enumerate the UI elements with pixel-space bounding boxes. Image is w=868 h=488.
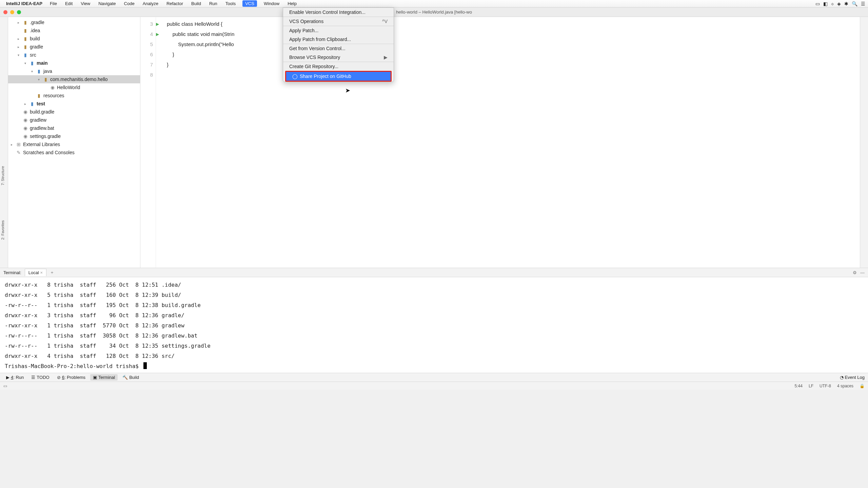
status-item[interactable]: 5:44 [795,384,803,388]
vcs-menu-item[interactable]: Enable Version Control Integration... [283,8,394,17]
terminal-hide-icon[interactable]: — [860,270,865,275]
close-window-button[interactable] [3,10,7,14]
folder-blue-icon: ▮ [29,60,35,66]
tree-item[interactable]: ◉build.gradle [8,108,140,116]
menu-vcs[interactable]: VCS [242,0,257,7]
tree-item[interactable]: ◉gradlew [8,116,140,124]
file-icon: ◉ [22,134,28,139]
editor-run-gutter[interactable]: ▶▶ [156,17,162,268]
menu-refactor[interactable]: Refactor [165,0,184,7]
menu-build[interactable]: Build [190,0,202,7]
tool-icon: 🔨 [122,375,128,380]
menu-file[interactable]: File [48,0,58,7]
toolwindow-terminal[interactable]: ▣Terminal [90,374,118,381]
tool-icon: ☰ [31,375,35,380]
vcs-menu-item[interactable]: Apply Patch from Clipboard... [283,35,394,44]
tree-item[interactable]: ▾▮com.mechanitis.demo.hello [8,75,140,83]
menu-view[interactable]: View [79,0,92,7]
terminal-output[interactable]: drwxr-xr-x 8 trisha staff 256 Oct 8 12:5… [0,277,868,373]
menu-navigate[interactable]: Navigate [97,0,117,7]
status-item[interactable]: UTF-8 [820,384,831,388]
control-center-icon[interactable]: ☰ [861,1,865,6]
macos-menubar: IntelliJ IDEA-EAP FileEditViewNavigateCo… [0,0,868,7]
toolwindow-build[interactable]: 🔨Build [120,374,142,381]
project-tree[interactable]: ▸▮.gradle▮.idea▸▮build▸▮gradle▾▮src▾▮mai… [8,17,140,268]
window-title: hello-world – HelloWorld.java [hello-wo [396,9,472,15]
file-icon: ◉ [22,117,28,123]
tree-item[interactable]: ▸▮.gradle [8,18,140,26]
folder-icon: ▮ [22,28,28,33]
status-item[interactable]: LF [809,384,813,388]
tree-item[interactable]: ▮resources [8,92,140,100]
right-tool-gutter [860,17,868,268]
vcs-menu-item[interactable]: Apply Patch... [283,26,394,35]
status-item[interactable]: 🔒 [860,384,865,388]
file-icon: ◉ [50,85,56,90]
menubar-status-icon[interactable]: ◈ [837,1,841,6]
tree-item[interactable]: ✎Scratches and Consoles [8,148,140,157]
tool-icon: ▶ [6,375,9,380]
code-editor[interactable]: 345678 ▶▶ public class HelloWorld { publ… [140,17,860,268]
toolwindow-todo[interactable]: ☰TODO [28,374,52,381]
editor-line-gutter: 345678 [140,17,156,268]
file-icon: ◉ [22,125,28,131]
tree-item[interactable]: ▸▮test [8,100,140,108]
terminal-title: Terminal: [3,270,21,275]
tree-item[interactable]: ▮.idea [8,26,140,35]
status-item[interactable]: 4 spaces [837,384,853,388]
lib-icon: ⊞ [16,142,22,147]
menu-edit[interactable]: Edit [64,0,74,7]
tree-item[interactable]: ◉HelloWorld [8,83,140,92]
terminal-new-tab-button[interactable]: ＋ [50,269,54,276]
menubar-status-icon[interactable]: ▭ [815,1,820,6]
spotlight-icon[interactable]: 🔍 [852,1,857,6]
menu-help[interactable]: Help [286,0,298,7]
tree-item[interactable]: ◉settings.gradle [8,132,140,140]
event-log-button[interactable]: ◔ Event Log [840,375,865,380]
editor-code-area[interactable]: public class HelloWorld { public static … [162,17,234,268]
sidebar-favorites-button[interactable]: 2: Favorites [1,220,5,240]
dropbox-icon[interactable]: ⟐ [831,1,834,6]
vcs-menu-item[interactable]: Browse VCS Repository▶ [283,53,394,62]
menubar-status-icon[interactable]: ✱ [844,1,848,6]
folder-icon: ▮ [36,93,42,98]
vcs-menu: Enable Version Control Integration...VCS… [283,7,394,82]
sidebar-structure-button[interactable]: 7: Structure [1,166,5,185]
vcs-menu-item[interactable]: VCS Operations^V [283,17,394,26]
menu-analyze[interactable]: Analyze [141,0,160,7]
folder-blue-icon: ▮ [29,101,35,106]
tree-item[interactable]: ▸▮gradle [8,43,140,51]
menu-run[interactable]: Run [208,0,219,7]
terminal-cursor [143,362,147,369]
menu-window[interactable]: Window [262,0,281,7]
tree-item[interactable]: ▾▮src [8,51,140,59]
left-tool-gutter: 7: Structure 2: Favorites [0,17,8,268]
status-icon: ▭ [3,384,7,388]
vcs-menu-item[interactable]: Get from Version Control... [283,44,394,53]
scratch-icon: ✎ [16,150,22,155]
github-icon: ◯ [292,74,298,79]
zoom-window-button[interactable] [17,10,21,14]
terminal-tab-local[interactable]: Local × [25,269,46,276]
vcs-menu-item[interactable]: Create Git Repository... [283,62,394,71]
terminal-header: Terminal: Local × ＋ ⚙ — [0,268,868,277]
close-icon[interactable]: × [40,270,43,275]
toolwindow-6-problems[interactable]: ⊘6: Problems [54,374,88,381]
tree-item[interactable]: ▸▮build [8,35,140,43]
tool-icon: ▣ [93,375,97,380]
tree-item[interactable]: ▾▮main [8,59,140,67]
menubar-status-icon[interactable]: ◧ [823,1,828,6]
toolwindow-4-run[interactable]: ▶4: Run [3,374,26,381]
app-name[interactable]: IntelliJ IDEA-EAP [6,1,42,6]
menu-code[interactable]: Code [123,0,136,7]
bottom-tool-buttons: ▶4: Run☰TODO⊘6: Problems▣Terminal🔨Build … [0,373,868,382]
menu-tools[interactable]: Tools [224,0,237,7]
terminal-settings-icon[interactable]: ⚙ [853,270,857,275]
minimize-window-button[interactable] [10,10,14,14]
folder-blue-icon: ▮ [36,68,42,74]
tree-item[interactable]: ▸⊞External Libraries [8,140,140,148]
vcs-menu-share-github[interactable]: ◯Share Project on GitHub [286,72,391,81]
tree-item[interactable]: ◉gradlew.bat [8,124,140,132]
status-bar: ▭ 5:44LFUTF-84 spaces🔒 [0,382,868,390]
tree-item[interactable]: ▾▮java [8,67,140,75]
